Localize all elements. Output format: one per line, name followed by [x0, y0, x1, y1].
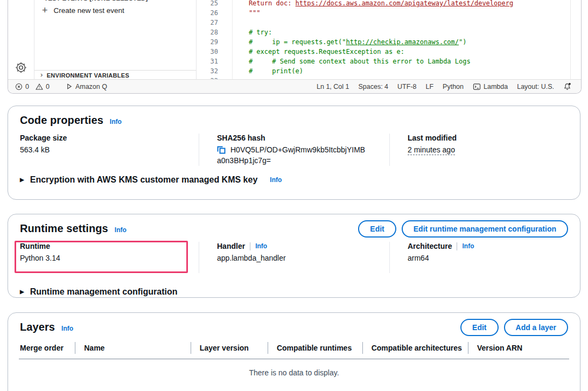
- handler-label: Handler: [217, 242, 245, 250]
- code-editor[interactable]: 25 Return doc: https://docs.aws.amazon.c…: [197, 0, 570, 80]
- sha256-hash-label: SHA256 hash: [217, 134, 389, 142]
- sha256-hash-field: SHA256 hash H0VQ5LP/OD+GwjRmw9kb5ItcbbjY…: [199, 134, 389, 166]
- package-size-field: Package size 563.4 kB: [8, 134, 199, 166]
- code-line: 27: [197, 18, 570, 27]
- settings-gear-icon[interactable]: [15, 61, 28, 74]
- line-number: 27: [197, 18, 218, 27]
- column-header-name: Name: [75, 342, 191, 354]
- runtime-management-configuration-label: Runtime management configuration: [30, 287, 178, 297]
- handler-field: Handler Info app.lambda_handler: [199, 242, 389, 273]
- column-header-compatible-runtimes: Compatible runtimes: [268, 342, 362, 354]
- code-properties-info-link[interactable]: Info: [110, 118, 122, 125]
- architecture-info-link[interactable]: Info: [462, 242, 474, 250]
- handler-info-link[interactable]: Info: [255, 242, 267, 250]
- editor-scrollbar[interactable]: [570, 0, 581, 80]
- environment-variables-label: ENVIRONMENT VARIABLES: [47, 72, 129, 79]
- notifications-bell-icon[interactable]: [563, 82, 571, 90]
- last-modified-field: Last modified 2 minutes ago: [389, 134, 580, 166]
- encoding-item[interactable]: UTF-8: [397, 83, 416, 90]
- code-text: Return doc: https://docs.aws.amazon.com/…: [233, 0, 513, 8]
- terminal-icon: [473, 83, 481, 90]
- play-icon: [66, 83, 73, 90]
- line-number: 28: [197, 27, 218, 37]
- warning-count: 0: [46, 83, 50, 90]
- line-number: 25: [197, 0, 218, 8]
- encryption-info-link[interactable]: Info: [270, 176, 282, 184]
- sha256-hash-value-line2: a0n3BHp1jc7g=: [217, 155, 389, 166]
- error-circle-icon: [15, 83, 23, 90]
- code-text: # ip = requests.get("http://checkip.amaz…: [233, 37, 466, 47]
- layers-info-link[interactable]: Info: [61, 325, 73, 332]
- environment-variables-section-header[interactable]: › ENVIRONMENT VARIABLES: [34, 70, 196, 80]
- editor-activity-bar: [8, 0, 34, 80]
- runtime-management-configuration-expander[interactable]: ▶ Runtime management configuration: [8, 287, 580, 297]
- handler-value: app.lambda_handler: [217, 253, 389, 263]
- editor-side-panel: TEST EVENTS [NONE SELECTED] + Create new…: [34, 0, 197, 80]
- lambda-console-item[interactable]: Lambda: [473, 83, 508, 90]
- label-divider: [250, 242, 250, 250]
- line-number: 26: [197, 8, 218, 18]
- runtime-settings-card: Runtime settings Info Edit Edit runtime …: [8, 214, 580, 298]
- editor-status-bar: 0 0 Amazon Q Ln 1, Col 1 Spaces: 4 UTF-8…: [8, 79, 581, 93]
- column-header-version-arn: Version ARN: [468, 342, 569, 354]
- line-number: 32: [197, 66, 218, 76]
- last-modified-label: Last modified: [408, 134, 580, 142]
- test-events-section-header[interactable]: TEST EVENTS [NONE SELECTED]: [44, 0, 148, 2]
- amazon-q-label: Amazon Q: [75, 83, 107, 90]
- code-text: # # Send some context about this error t…: [233, 57, 471, 66]
- code-properties-title: Code properties: [20, 114, 103, 127]
- code-text: # try:: [233, 27, 272, 37]
- keyboard-layout-item[interactable]: Layout: U.S.: [517, 83, 554, 90]
- edit-layers-button[interactable]: Edit: [460, 319, 498, 336]
- code-properties-card: Code properties Info Package size 563.4 …: [8, 106, 580, 200]
- architecture-label: Architecture: [408, 242, 452, 250]
- layers-empty-message: There is no data to display.: [8, 368, 580, 377]
- cursor-position-item[interactable]: Ln 1, Col 1: [317, 83, 349, 90]
- amazon-q-status-item[interactable]: Amazon Q: [66, 83, 107, 90]
- line-number: 30: [197, 47, 218, 57]
- column-header-layer-version: Layer version: [191, 342, 268, 354]
- runtime-label: Runtime: [20, 242, 199, 250]
- lambda-label: Lambda: [484, 83, 508, 90]
- code-line: 26 """: [197, 8, 570, 18]
- code-line: 32 # print(e): [197, 66, 570, 76]
- table-header-divider: [19, 359, 569, 359]
- layers-card: Layers Info Edit Add a layer Merge order…: [8, 312, 580, 391]
- problems-errors-indicator[interactable]: 0: [15, 83, 29, 90]
- line-number: 29: [197, 37, 218, 47]
- chevron-right-icon: ›: [40, 71, 43, 78]
- code-line: 29 # ip = requests.get("http://checkip.a…: [197, 37, 570, 47]
- runtime-settings-info-link[interactable]: Info: [115, 226, 127, 234]
- layers-title: Layers: [20, 321, 55, 333]
- warning-triangle-icon: [36, 83, 43, 90]
- create-new-test-event-label: Create new test event: [54, 6, 124, 15]
- language-mode-item[interactable]: Python: [443, 83, 464, 90]
- last-modified-value[interactable]: 2 minutes ago: [408, 145, 455, 155]
- encryption-kms-expander[interactable]: ▶ Encryption with AWS KMS customer manag…: [8, 175, 580, 185]
- error-count: 0: [25, 83, 29, 90]
- column-header-compatible-architectures: Compatible architectures: [362, 342, 468, 354]
- expander-caret-icon: ▶: [20, 177, 24, 183]
- code-text: """: [233, 8, 261, 18]
- encryption-kms-expander-label: Encryption with AWS KMS customer managed…: [30, 175, 258, 185]
- eol-item[interactable]: LF: [426, 83, 434, 90]
- package-size-value: 563.4 kB: [20, 144, 199, 155]
- add-a-layer-button[interactable]: Add a layer: [504, 319, 568, 336]
- plus-icon: +: [42, 5, 48, 15]
- code-editor-lines: 25 Return doc: https://docs.aws.amazon.c…: [197, 0, 570, 80]
- runtime-field: Runtime Python 3.14: [8, 242, 199, 273]
- edit-runtime-settings-button[interactable]: Edit: [358, 220, 396, 238]
- code-text: # except requests.RequestException as e:: [233, 47, 404, 57]
- problems-warnings-indicator[interactable]: 0: [36, 83, 50, 90]
- copy-icon[interactable]: [217, 145, 226, 154]
- code-line: 31 # # Send some context about this erro…: [197, 57, 570, 66]
- line-number: 31: [197, 57, 218, 66]
- package-size-label: Package size: [20, 134, 199, 142]
- create-new-test-event-button[interactable]: + Create new test event: [42, 5, 124, 15]
- code-line: 25 Return doc: https://docs.aws.amazon.c…: [197, 0, 570, 8]
- code-line: 30 # except requests.RequestException as…: [197, 47, 570, 57]
- code-line: 28 # try:: [197, 27, 570, 37]
- edit-runtime-management-configuration-button[interactable]: Edit runtime management configuration: [402, 220, 568, 238]
- indentation-item[interactable]: Spaces: 4: [358, 83, 388, 90]
- runtime-settings-title: Runtime settings: [20, 222, 108, 235]
